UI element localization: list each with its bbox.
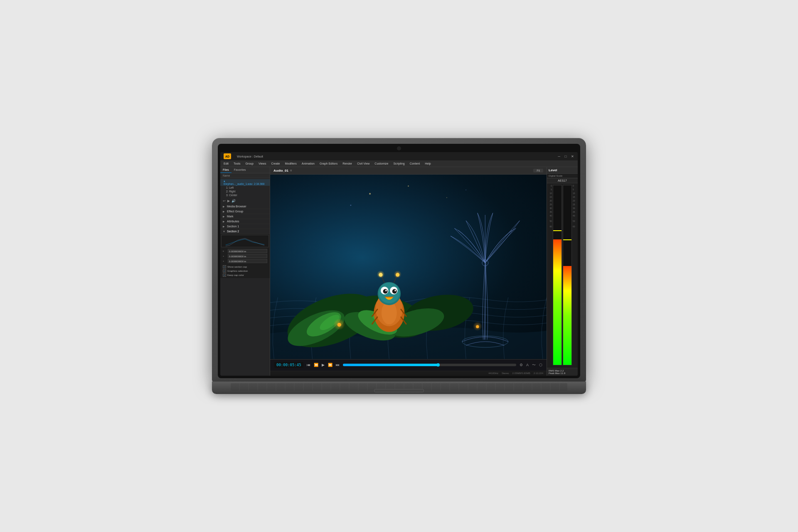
menu-tools[interactable]: Tools [233, 162, 241, 165]
level-meter-area: 0 5 10 15 20 25 30 35 40 50 [547, 183, 578, 368]
tree-item-section2[interactable]: ▼ Section 2 [220, 229, 270, 234]
skip-back-button[interactable]: ⏮ [307, 363, 310, 367]
audio-button[interactable]: 🔊 [232, 199, 236, 203]
menu-create[interactable]: Create [270, 162, 281, 165]
tree-item-mark[interactable]: ▶ Mark [220, 214, 270, 219]
menu-animation[interactable]: Animation [301, 162, 315, 165]
sidebar-tab-favorites[interactable]: Favorites [232, 167, 249, 173]
restore-button[interactable]: □ [564, 154, 568, 158]
settings-icon[interactable]: ⚙ [520, 363, 523, 367]
workspace-label: Workspace : Default [237, 155, 263, 158]
svg-point-21 [394, 290, 396, 291]
step-back-button[interactable]: ⏪ [314, 363, 318, 367]
meter-bars [553, 185, 572, 366]
play-button[interactable]: ▶ [322, 363, 325, 367]
field-row-y: + 0.000000000 in [221, 254, 269, 259]
menu-graph-editors[interactable]: Graph Editors [319, 162, 338, 165]
menu-modifiers[interactable]: Modifiers [284, 162, 297, 165]
level-meter-footer: RMS Max 2.2 Peak Max 11.9 [547, 368, 578, 376]
touchpad[interactable] [374, 389, 424, 392]
scale-num-60: 60 [549, 226, 552, 228]
tree-label-section2: Section 2 [227, 230, 239, 233]
waveform-icon[interactable]: 〜 [532, 362, 536, 368]
play-button[interactable]: ▶ [227, 199, 230, 203]
status-time-remaining: 2:13.224 [534, 372, 543, 374]
field-row-z: + 0.000000000 in [221, 259, 269, 264]
svg-point-44 [446, 197, 447, 198]
svg-point-45 [350, 205, 352, 206]
menu-content[interactable]: Content [409, 162, 421, 165]
field-value-z[interactable]: 0.000000000 in [228, 259, 267, 263]
sidebar-tab-files[interactable]: Files [220, 167, 232, 173]
viewport-title: Audio_01 [273, 169, 288, 172]
menu-render[interactable]: Render [342, 162, 353, 165]
tree-item-section1[interactable]: ▶ Section 1 [220, 224, 270, 229]
app-ui: AD Workspace : Default ─ □ ✕ Edit Tools … [220, 152, 578, 376]
file-channel-left[interactable]: 1: Left [220, 186, 270, 190]
sidebar: Files Favorites Name ● Elephan..._audio_… [220, 167, 270, 376]
scale-num-15: 15 [549, 196, 552, 198]
scale-num-20: 20 [549, 200, 552, 202]
svg-point-33 [396, 273, 399, 277]
skip-forward-button[interactable]: ⏭ [336, 363, 340, 367]
field-value-y[interactable]: 0.000000000 in [228, 254, 267, 258]
menu-views[interactable]: Views [258, 162, 267, 165]
tree-label-mark: Mark [227, 215, 234, 218]
tree-item-effect-group[interactable]: ▶ Effect Group [220, 209, 270, 214]
scale-num-30: 30 [549, 207, 552, 209]
section2-content: x 0.000000000 in + 0.000000000 in + [220, 234, 270, 278]
meter-bar-2-track [563, 185, 572, 365]
level-meter-scale-label: AES17 [547, 178, 578, 183]
tree-arrow-mark: ▶ [223, 215, 226, 218]
export-icon[interactable]: ⬡ [539, 363, 542, 367]
tree-item-attributes[interactable]: ▶ Attributes [220, 219, 270, 224]
progress-bar-fill [343, 364, 438, 366]
checkbox-graphics-selection[interactable] [223, 269, 226, 273]
scale-num-50: 50 [549, 220, 552, 222]
svg-point-41 [476, 325, 479, 328]
menu-edit[interactable]: Edit [223, 162, 229, 165]
menu-customize[interactable]: Customize [374, 162, 389, 165]
annotation-icon[interactable]: A [526, 363, 529, 367]
scale-num-10: 10 [549, 192, 552, 195]
menu-help[interactable]: Help [424, 162, 431, 165]
tree-arrow-attributes: ▶ [223, 220, 226, 223]
step-forward-button[interactable]: ⏩ [328, 363, 332, 367]
scale-numbers-right: 0 5 10 15 20 25 30 35 40 50 [572, 185, 577, 366]
scale-num-40: 40 [549, 215, 552, 217]
svg-point-39 [337, 323, 341, 327]
viewport-menu-icon[interactable]: ≡ [290, 169, 292, 172]
scene-svg [270, 175, 547, 359]
viewport-fit-button[interactable]: Fit [533, 169, 543, 172]
viewport: Audio_01 ≡ Fit [270, 167, 547, 376]
checkbox-show-section-cap[interactable] [223, 265, 226, 268]
sidebar-tabs: Files Favorites [220, 167, 270, 173]
meter-bar-1-wrapper [553, 185, 562, 365]
tree-arrow-section2: ▼ [223, 230, 226, 233]
tree-item-media-browser[interactable]: ▶ Media Browser [220, 204, 270, 209]
rewind-button[interactable]: ↩ [223, 199, 226, 203]
file-item-audio[interactable]: ● Elephan..._audio_1.wav 2:34.988 [220, 179, 270, 186]
menu-civil-view[interactable]: Civil View [356, 162, 370, 165]
meter-bar-1-fill [553, 239, 562, 365]
file-channel-right[interactable]: 2: Right [220, 190, 270, 193]
timecode-display: 00:00:05:45 [274, 362, 303, 368]
checkbox-keep-cap-color[interactable] [223, 273, 226, 277]
progress-handle[interactable] [436, 363, 440, 367]
tree-label-effect-group: Effect Group [227, 210, 243, 213]
svg-point-20 [385, 290, 387, 291]
tree-label-section1: Section 1 [227, 225, 239, 228]
app-logo: AD [224, 153, 231, 159]
field-value-x[interactable]: 0.000000000 in [228, 249, 267, 253]
checkbox-row-show-section-cap: Show section cap [221, 265, 269, 269]
menu-group[interactable]: Group [244, 162, 254, 165]
minimize-button[interactable]: ─ [557, 154, 561, 158]
close-button[interactable]: ✕ [570, 154, 574, 158]
checkbox-label-graphics-selection: Graphics selection [227, 270, 248, 272]
viewport-canvas[interactable] [270, 175, 547, 359]
level-meter-subtitle: Digital Scale [547, 174, 578, 178]
file-channel-center[interactable]: 3: Center [220, 193, 270, 197]
progress-bar[interactable] [343, 364, 516, 366]
menu-scripting[interactable]: Scripting [392, 162, 405, 165]
checkbox-label-keep-cap-color: Keep cap color [227, 274, 244, 276]
